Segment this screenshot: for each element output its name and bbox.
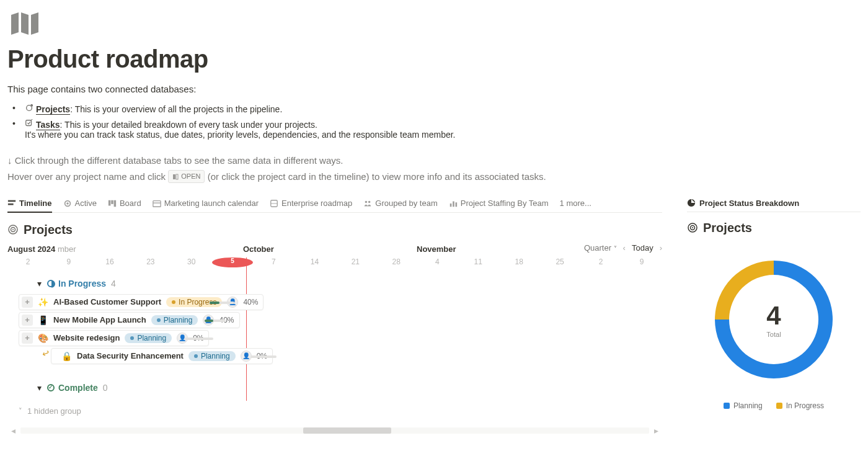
tab-marketing[interactable]: Marketing launch calendar [153,199,259,208]
today-marker: 5 [212,257,254,267]
timeline-item-row: +🎨Website redesignPlanning👤0% [7,330,662,347]
projects-link[interactable]: Projects [36,104,70,115]
right-db-title[interactable]: Projects [703,221,752,235]
tab-more[interactable]: 1 more... [560,199,591,208]
svg-rect-4 [8,200,16,202]
svg-rect-5 [8,203,14,205]
target-icon [687,222,698,233]
timeline-bar[interactable] [250,355,277,358]
projects-desc: : This is your overview of all the proje… [70,104,282,114]
month-aug: August 2024 [7,244,55,254]
tab-marketing-label: Marketing launch calendar [164,199,259,208]
day-label: 18 [498,257,539,267]
assignee-avatar[interactable]: 👤 [241,351,252,362]
group-toggle-icon[interactable]: ▾ [35,383,43,392]
hint-2a: Hover over any project name and click [7,171,166,182]
donut-chart[interactable]: 4 Total [712,257,836,382]
scroll-right[interactable]: ▸ [654,426,658,436]
open-chip-label: OPEN [181,171,200,182]
day-label: 16 [89,257,130,267]
timeline-bar[interactable] [205,320,226,322]
day-label: 2 [580,257,621,267]
svg-rect-11 [153,200,161,207]
day-label: 14 [294,257,335,267]
page-icon[interactable] [10,11,861,38]
day-label: 11 [458,257,498,267]
tab-grouped-label: Grouped by team [375,199,437,208]
svg-point-7 [66,202,69,205]
donut-slice[interactable] [715,261,774,320]
tab-grouped[interactable]: Grouped by team [363,199,437,208]
tab-board[interactable]: Board [108,199,141,208]
tab-status-breakdown[interactable]: Project Status Breakdown [687,199,861,212]
svg-rect-2 [173,174,175,179]
next-button[interactable]: › [660,243,662,253]
group-complete[interactable]: ▾ Complete 0 [7,378,662,398]
day-label: 4 [417,257,458,267]
project-card[interactable]: +🎨Website redesignPlanning👤0% [19,330,209,346]
tab-board-label: Board [120,199,141,208]
day-label: 9 [621,257,662,267]
scroll-left[interactable]: ◂ [11,426,16,436]
svg-point-25 [692,227,693,228]
scroll-track[interactable] [20,427,649,434]
scroll-thumb[interactable] [303,427,391,434]
tab-timeline[interactable]: Timeline [7,199,52,213]
prev-button[interactable]: ‹ [623,243,626,253]
legend-planning-label: Planning [733,401,763,410]
legend-inprogress[interactable]: In Progress [776,401,824,410]
day-label: 7 [253,257,294,267]
page-title[interactable]: Product roadmap [7,45,861,73]
status-pill: Planning [125,333,172,343]
month-oct: October [243,244,274,254]
project-card[interactable]: 🔒Data Security EnhancementPlanning👤0% [51,348,273,364]
tab-enterprise[interactable]: Enterprise roadmap [270,199,352,208]
legend-planning[interactable]: Planning [724,401,763,410]
add-subitem-button[interactable]: + [22,297,33,308]
hint-1: ↓ Click through the different database t… [7,153,861,168]
tab-active[interactable]: Active [63,199,97,208]
group-complete-count: 0 [103,383,108,393]
donut-total-label: Total [766,331,781,338]
today-button[interactable]: Today [632,243,653,253]
hint-2: Hover over any project name and click OP… [7,169,861,184]
donut-total-value: 4 [766,301,781,331]
tab-enterprise-label: Enterprise roadmap [281,199,352,208]
svg-rect-19 [455,202,457,207]
group-toggle-icon[interactable]: ▾ [35,279,43,288]
tasks-link[interactable]: Tasks [36,120,60,130]
legend-swatch-blue [724,403,730,409]
timeline-bar[interactable] [210,302,234,304]
item-emoji-icon: ✨ [38,297,48,307]
db-title[interactable]: Projects [24,223,73,237]
open-chip[interactable]: OPEN [168,170,205,183]
group-inprogress-label: In Progress [58,279,106,288]
timeline-bar[interactable] [185,338,213,340]
status-pill: Planning [188,351,236,361]
add-subitem-button[interactable]: + [22,315,33,326]
legend-inprogress-label: In Progress [786,401,824,410]
day-label: 5 [212,257,254,267]
add-subitem-button[interactable]: + [22,333,33,344]
tab-staffing[interactable]: Project Staffing By Team [449,199,549,208]
day-label: 30 [171,257,212,267]
timeline-item-row: +✨AI-Based Customer SupportIn Progress👤4… [7,294,662,311]
hidden-group-toggle[interactable]: ˅ 1 hidden group [7,398,662,416]
group-complete-label: Complete [58,383,98,393]
quarter-selector[interactable]: Quarter ˅ [584,243,617,253]
svg-rect-9 [111,200,113,204]
svg-rect-18 [453,201,454,207]
day-label: 25 [539,257,580,267]
group-inprogress-count: 4 [111,279,116,288]
item-title: AI-Based Customer Support [53,297,161,306]
tasks-subdesc: It's where you can track task status, du… [25,130,861,140]
status-pill: Planning [151,315,198,325]
item-emoji-icon: 📱 [38,315,48,325]
projects-icon [25,104,33,112]
tab-status-breakdown-label: Project Status Breakdown [699,199,799,208]
svg-point-16 [368,200,371,203]
timeline-body[interactable]: 2916233057142128411182529 ▾ In Progress … [7,257,662,416]
tab-timeline-label: Timeline [19,199,52,208]
dependency-arrow-icon: ↪ [41,347,51,359]
group-in-progress[interactable]: ▾ In Progress 4 [7,274,662,293]
